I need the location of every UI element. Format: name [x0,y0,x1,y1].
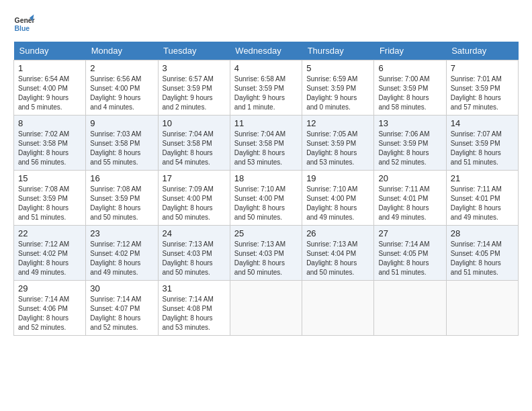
calendar-week-row: 15Sunrise: 7:08 AMSunset: 3:59 PMDayligh… [14,171,519,226]
day-info: Sunrise: 7:07 AMSunset: 3:59 PMDaylight:… [451,130,514,167]
day-number: 3 [163,63,226,73]
day-number: 9 [90,118,153,128]
day-info: Sunrise: 7:04 AMSunset: 3:58 PMDaylight:… [234,130,298,167]
calendar-cell: 28Sunrise: 7:14 AMSunset: 4:05 PMDayligh… [446,226,518,281]
day-number: 12 [306,118,369,128]
day-info: Sunrise: 7:08 AMSunset: 3:59 PMDaylight:… [18,185,81,222]
calendar-cell: 2Sunrise: 6:56 AMSunset: 4:00 PMDaylight… [86,60,158,116]
day-info: Sunrise: 7:13 AMSunset: 4:04 PMDaylight:… [306,240,369,277]
day-info: Sunrise: 7:03 AMSunset: 3:58 PMDaylight:… [90,130,153,167]
calendar-cell [374,281,446,336]
day-info: Sunrise: 7:08 AMSunset: 3:59 PMDaylight:… [90,185,153,222]
day-info: Sunrise: 7:10 AMSunset: 4:00 PMDaylight:… [306,185,369,222]
calendar-cell: 19Sunrise: 7:10 AMSunset: 4:00 PMDayligh… [302,171,374,226]
day-number: 10 [163,118,226,128]
day-info: Sunrise: 7:13 AMSunset: 4:03 PMDaylight:… [163,240,226,277]
calendar-cell: 23Sunrise: 7:12 AMSunset: 4:02 PMDayligh… [86,226,158,281]
calendar-cell: 31Sunrise: 7:14 AMSunset: 4:08 PMDayligh… [158,281,230,336]
day-info: Sunrise: 6:54 AMSunset: 4:00 PMDaylight:… [18,75,81,112]
calendar-cell: 3Sunrise: 6:57 AMSunset: 3:59 PMDaylight… [158,60,230,116]
day-number: 11 [234,118,298,128]
calendar-cell: 21Sunrise: 7:11 AMSunset: 4:01 PMDayligh… [446,171,518,226]
day-number: 22 [18,228,81,238]
calendar-cell: 27Sunrise: 7:14 AMSunset: 4:05 PMDayligh… [374,226,446,281]
day-number: 21 [451,173,514,183]
calendar-cell [446,281,518,336]
calendar-cell: 16Sunrise: 7:08 AMSunset: 3:59 PMDayligh… [86,171,158,226]
day-number: 26 [306,228,369,238]
day-info: Sunrise: 7:11 AMSunset: 4:01 PMDaylight:… [451,185,514,222]
day-number: 16 [90,173,153,183]
calendar-day-header: Monday [86,42,158,60]
day-number: 30 [90,283,153,293]
day-number: 25 [234,228,298,238]
calendar-cell: 20Sunrise: 7:11 AMSunset: 4:01 PMDayligh… [374,171,446,226]
calendar-cell [230,281,302,336]
calendar-cell: 24Sunrise: 7:13 AMSunset: 4:03 PMDayligh… [158,226,230,281]
day-info: Sunrise: 7:14 AMSunset: 4:05 PMDaylight:… [378,240,441,277]
day-info: Sunrise: 7:01 AMSunset: 3:59 PMDaylight:… [451,75,514,112]
day-number: 20 [378,173,441,183]
day-info: Sunrise: 7:13 AMSunset: 4:03 PMDaylight:… [234,240,298,277]
day-info: Sunrise: 7:10 AMSunset: 4:00 PMDaylight:… [234,185,298,222]
calendar-cell [302,281,374,336]
calendar-week-row: 8Sunrise: 7:02 AMSunset: 3:58 PMDaylight… [14,116,519,171]
day-info: Sunrise: 7:14 AMSunset: 4:05 PMDaylight:… [451,240,514,277]
calendar-cell: 6Sunrise: 7:00 AMSunset: 3:59 PMDaylight… [374,60,446,116]
general-blue-logo-icon: General Blue [13,13,35,35]
calendar-cell: 7Sunrise: 7:01 AMSunset: 3:59 PMDaylight… [446,60,518,116]
day-number: 13 [378,118,441,128]
day-number: 15 [18,173,81,183]
day-info: Sunrise: 6:57 AMSunset: 3:59 PMDaylight:… [163,75,226,112]
calendar-day-header: Thursday [302,42,374,60]
day-info: Sunrise: 7:11 AMSunset: 4:01 PMDaylight:… [378,185,441,222]
calendar-cell: 14Sunrise: 7:07 AMSunset: 3:59 PMDayligh… [446,116,518,171]
calendar-cell: 17Sunrise: 7:09 AMSunset: 4:00 PMDayligh… [158,171,230,226]
calendar-cell: 1Sunrise: 6:54 AMSunset: 4:00 PMDaylight… [14,60,86,116]
day-number: 1 [18,63,81,73]
calendar-day-header: Friday [374,42,446,60]
calendar-cell: 26Sunrise: 7:13 AMSunset: 4:04 PMDayligh… [302,226,374,281]
day-info: Sunrise: 7:02 AMSunset: 3:58 PMDaylight:… [18,130,81,167]
calendar-cell: 10Sunrise: 7:04 AMSunset: 3:58 PMDayligh… [158,116,230,171]
calendar-cell: 4Sunrise: 6:58 AMSunset: 3:59 PMDaylight… [230,60,302,116]
svg-text:Blue: Blue [15,25,30,32]
calendar-cell: 25Sunrise: 7:13 AMSunset: 4:03 PMDayligh… [230,226,302,281]
day-info: Sunrise: 7:12 AMSunset: 4:02 PMDaylight:… [90,240,153,277]
calendar-cell: 11Sunrise: 7:04 AMSunset: 3:58 PMDayligh… [230,116,302,171]
calendar-body: 1Sunrise: 6:54 AMSunset: 4:00 PMDaylight… [14,60,519,336]
day-info: Sunrise: 6:56 AMSunset: 4:00 PMDaylight:… [90,75,153,112]
day-info: Sunrise: 7:12 AMSunset: 4:02 PMDaylight:… [18,240,81,277]
calendar-cell: 13Sunrise: 7:06 AMSunset: 3:59 PMDayligh… [374,116,446,171]
day-number: 7 [451,63,514,73]
day-number: 29 [18,283,81,293]
day-number: 31 [163,283,226,293]
header: General Blue [13,13,519,35]
calendar-cell: 5Sunrise: 6:59 AMSunset: 3:59 PMDaylight… [302,60,374,116]
day-info: Sunrise: 7:04 AMSunset: 3:58 PMDaylight:… [163,130,226,167]
day-number: 8 [18,118,81,128]
day-info: Sunrise: 7:14 AMSunset: 4:07 PMDaylight:… [90,295,153,332]
day-number: 24 [163,228,226,238]
calendar-header-row: SundayMondayTuesdayWednesdayThursdayFrid… [14,42,519,60]
calendar-cell: 18Sunrise: 7:10 AMSunset: 4:00 PMDayligh… [230,171,302,226]
day-number: 4 [234,63,298,73]
day-info: Sunrise: 7:06 AMSunset: 3:59 PMDaylight:… [378,130,441,167]
calendar-week-row: 22Sunrise: 7:12 AMSunset: 4:02 PMDayligh… [14,226,519,281]
day-info: Sunrise: 7:14 AMSunset: 4:08 PMDaylight:… [163,295,226,332]
day-info: Sunrise: 7:09 AMSunset: 4:00 PMDaylight:… [163,185,226,222]
calendar-cell: 29Sunrise: 7:14 AMSunset: 4:06 PMDayligh… [14,281,86,336]
day-info: Sunrise: 7:05 AMSunset: 3:59 PMDaylight:… [306,130,369,167]
calendar-cell: 22Sunrise: 7:12 AMSunset: 4:02 PMDayligh… [14,226,86,281]
day-number: 2 [90,63,153,73]
calendar-week-row: 29Sunrise: 7:14 AMSunset: 4:06 PMDayligh… [14,281,519,336]
calendar-cell: 30Sunrise: 7:14 AMSunset: 4:07 PMDayligh… [86,281,158,336]
calendar-week-row: 1Sunrise: 6:54 AMSunset: 4:00 PMDaylight… [14,60,519,116]
day-info: Sunrise: 6:59 AMSunset: 3:59 PMDaylight:… [306,75,369,112]
logo: General Blue [13,13,35,35]
day-number: 19 [306,173,369,183]
calendar-day-header: Saturday [446,42,518,60]
day-info: Sunrise: 6:58 AMSunset: 3:59 PMDaylight:… [234,75,298,112]
day-number: 14 [451,118,514,128]
calendar-cell: 15Sunrise: 7:08 AMSunset: 3:59 PMDayligh… [14,171,86,226]
